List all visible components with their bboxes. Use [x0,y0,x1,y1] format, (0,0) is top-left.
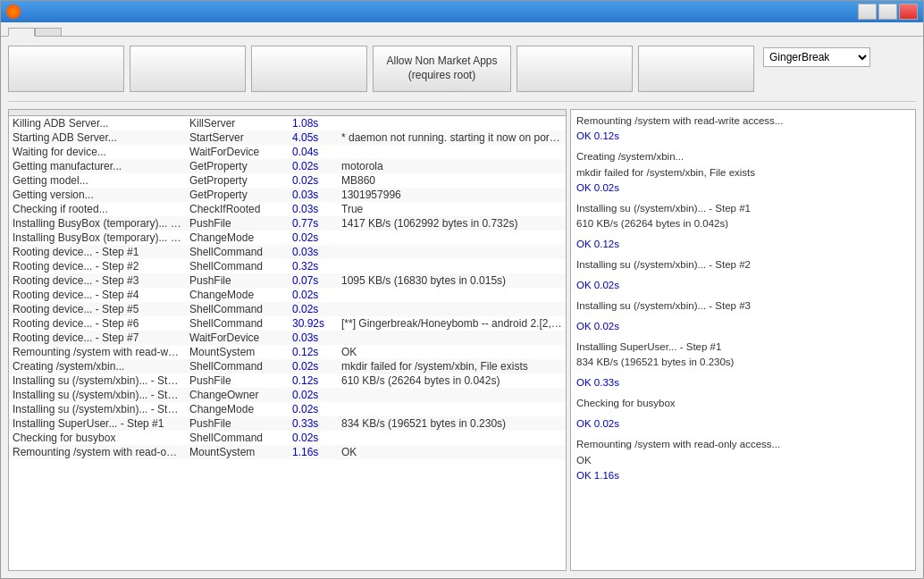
cell-time: 4.05s [289,131,338,144]
cell-result [338,303,566,315]
main-content: Killing ADB Server... KillServer 1.08s S… [1,102,923,578]
table-row: Installing su (/system/xbin)... - Step #… [9,373,566,388]
cell-result [338,289,566,301]
cell-adb: ShellCommand [186,360,289,373]
cell-time: 0.12s [289,374,338,387]
right-panel-entry: Installing SuperUser... - Step #1 [576,340,910,355]
cell-desc: Getting manufacturer... [9,160,186,172]
table-row: Checking for busybox ShellCommand 0.02s [9,431,566,445]
cell-desc: Installing su (/system/xbin)... - Step #… [9,389,186,401]
right-panel-entry: OK 0.12s [576,237,910,252]
table-row: Rooting device... - Step #3 PushFile 0.0… [9,273,566,288]
cell-adb: KillServer [186,117,289,130]
table-row: Killing ADB Server... KillServer 1.08s [9,116,566,130]
cell-time: 0.03s [289,246,338,258]
cell-result: 610 KB/s (26264 bytes in 0.042s) [338,374,566,387]
cell-result: [**] Gingerbreak/Honeybomb -- android 2.… [338,317,566,330]
maximize-button[interactable] [878,4,897,20]
right-panel-entry: OK 0.02s [576,416,910,432]
cell-time: 0.02s [289,160,338,172]
right-panel-entry: Remounting /system with read-only access… [576,437,910,452]
title-bar-buttons [858,4,918,20]
cell-result [338,389,566,401]
right-panel-entry: 610 KB/s (26264 bytes in 0.042s) [576,216,910,231]
cell-desc: Checking for busybox [9,432,186,444]
cell-desc: Starting ADB Server... [9,131,186,144]
table-row: Getting model... GetProperty 0.02s MB860 [9,173,566,188]
cell-desc: Getting version... [9,189,186,201]
cell-result [338,432,566,444]
donate-button[interactable] [638,46,754,92]
tab-universal[interactable] [8,28,35,37]
cell-desc: Rooting device... - Step #7 [9,331,186,344]
main-window: Allow Non Market Apps(requires root) Gin… [0,0,924,579]
cell-adb: GetProperty [186,189,289,201]
cell-adb: ChangeMode [186,231,289,244]
cell-adb: PushFile [186,374,289,387]
allow-non-market-button[interactable]: Allow Non Market Apps(requires root) [373,46,511,92]
right-panel-entry: Checking for busybox [576,396,910,411]
cell-adb: MountSystem [186,446,289,458]
cell-time: 0.33s [289,417,338,430]
cell-time: 0.02s [289,303,338,315]
right-content: Remounting /system with read-write acces… [571,110,915,570]
cell-desc: Rooting device... - Step #1 [9,246,186,258]
cell-time: 30.92s [289,317,338,330]
cell-desc: Remounting /system with read-write a... [9,346,186,358]
unroot-button[interactable] [251,46,367,92]
cell-adb: ShellCommand [186,317,289,330]
cell-time: 0.02s [289,403,338,415]
table-row: Rooting device... - Step #4 ChangeMode 0… [9,288,566,302]
cell-time: 0.07s [289,274,338,287]
cell-adb: StartServer [186,131,289,144]
cell-adb: PushFile [186,417,289,430]
table-row: Rooting device... - Step #5 ShellCommand… [9,302,566,316]
update-check-button[interactable] [517,46,633,92]
cell-time: 0.77s [289,217,338,230]
cell-result: * daemon not running. starting it now on… [338,131,566,144]
table-row: Getting manufacturer... GetProperty 0.02… [9,159,566,173]
cell-time: 0.02s [289,389,338,401]
right-panel-entry: Creating /system/xbin... [576,149,910,164]
cell-adb: CheckIfRooted [186,203,289,215]
log-table: Killing ADB Server... KillServer 1.08s S… [8,109,567,571]
toolbar: Allow Non Market Apps(requires root) Gin… [1,37,923,101]
cell-adb: ChangeOwner [186,389,289,401]
log-table-header [9,110,566,116]
cell-adb: ChangeMode [186,403,289,415]
cell-time: 1.08s [289,117,338,130]
cell-time: 0.12s [289,346,338,358]
table-row: Starting ADB Server... StartServer 4.05s… [9,130,566,145]
cell-result: OK [338,446,566,458]
cell-result: mkdir failed for /system/xbin, File exis… [338,360,566,373]
exploit-select[interactable]: GingerBreak RageAgainstTheCage zergRush [763,47,870,67]
tab-samsung[interactable] [35,28,62,36]
cell-desc: Rooting device... - Step #3 [9,274,186,287]
cell-time: 0.03s [289,331,338,344]
cell-adb: WaitForDevice [186,146,289,158]
right-panel-entry: Installing su (/system/xbin)... - Step #… [576,201,910,216]
shell-root-button[interactable] [130,46,246,92]
cell-adb: ShellCommand [186,303,289,315]
right-panel-entry: OK 0.33s [576,375,910,390]
cell-desc: Installing su (/system/xbin)... - Step #… [9,374,186,387]
minimize-button[interactable] [858,4,877,20]
cell-time: 0.02s [289,174,338,187]
table-row: Rooting device... - Step #7 WaitForDevic… [9,331,566,345]
cell-result: 834 KB/s (196521 bytes in 0.230s) [338,417,566,430]
cell-time: 0.03s [289,189,338,201]
cell-adb: ShellCommand [186,432,289,444]
app-icon [6,4,21,19]
title-bar-left [6,4,26,19]
cell-time: 0.02s [289,432,338,444]
cell-desc: Remounting /system with read-only ac... [9,446,186,458]
cell-adb: WaitForDevice [186,331,289,344]
root-button[interactable] [8,46,124,92]
cell-desc: Creating /system/xbin... [9,360,186,373]
cell-adb: ShellCommand [186,246,289,258]
close-button[interactable] [899,4,918,20]
table-row: Rooting device... - Step #2 ShellCommand… [9,259,566,273]
table-row: Installing su (/system/xbin)... - Step #… [9,388,566,402]
cell-desc: Getting model... [9,174,186,187]
cell-result: 1095 KB/s (16830 bytes in 0.015s) [338,274,566,287]
